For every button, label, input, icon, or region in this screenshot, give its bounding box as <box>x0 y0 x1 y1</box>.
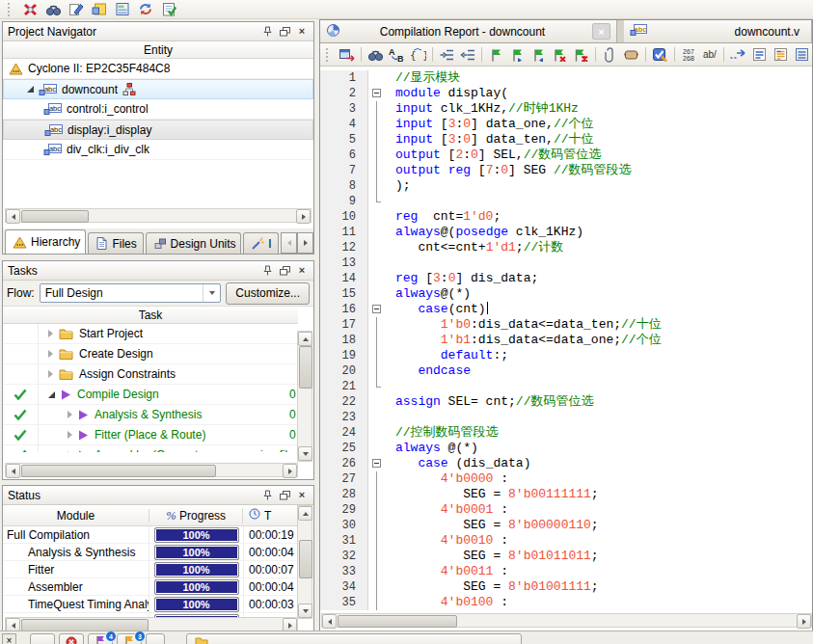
messages-tab[interactable] <box>186 633 522 644</box>
expand-arrow-icon[interactable] <box>48 330 53 337</box>
tabs-scroll-left-icon[interactable] <box>281 232 297 254</box>
tree-item-downcount[interactable]: abcdowncount <box>3 79 313 99</box>
code-line-26[interactable]: 26 case (dis_data) <box>320 456 812 471</box>
comment-toggle-button[interactable]: ab/ <box>699 46 719 64</box>
code-line-6[interactable]: 6output [2:0] SEL,//数码管位选 <box>320 148 812 163</box>
task-column-header[interactable]: Task <box>3 307 298 324</box>
match-braces-button[interactable]: { } <box>408 46 428 64</box>
status-vscrollbar[interactable] <box>297 505 312 619</box>
list-panel-button[interactable] <box>112 1 133 18</box>
scroll-thumb[interactable] <box>21 210 89 223</box>
scroll-down-icon[interactable] <box>298 604 312 618</box>
expand-arrow-icon[interactable] <box>68 411 72 418</box>
previous-bookmark-button[interactable] <box>528 46 549 64</box>
code-line-21[interactable]: 21 <box>320 379 812 394</box>
toolbar-grip[interactable] <box>326 48 331 62</box>
sticky-note-button[interactable] <box>89 1 110 18</box>
customize-button[interactable]: Customize... <box>226 282 310 305</box>
view-3-button[interactable] <box>792 46 812 64</box>
save-file-button[interactable] <box>337 46 357 64</box>
scroll-right-icon[interactable] <box>283 464 297 478</box>
delete-bookmark-button[interactable] <box>550 46 570 64</box>
code-line-30[interactable]: 30 SEG = 8'b00000110; <box>320 518 812 533</box>
code-line-7[interactable]: 7output reg [7:0] SEG //数码管段选 <box>320 163 812 178</box>
scroll-right-icon[interactable] <box>296 209 311 224</box>
close-tab-icon[interactable]: × <box>592 23 610 40</box>
flow-select[interactable]: Full Design <box>40 283 222 303</box>
tree-item-display[interactable]: abcdisplay:i_display <box>3 120 313 140</box>
task-row-compile-design[interactable]: Compile Design0 <box>3 385 298 405</box>
scroll-thumb[interactable] <box>338 615 457 628</box>
code-line-3[interactable]: 3input clk_1KHz,//时钟1KHz <box>320 101 812 117</box>
code-line-18[interactable]: 18 1'b1:dis_data<=data_one;//个位 <box>320 333 812 348</box>
pen-document-button[interactable] <box>66 1 87 18</box>
code-line-8[interactable]: 8); <box>320 178 812 194</box>
code-line-23[interactable]: 23 <box>320 410 812 425</box>
chevron-down-icon[interactable] <box>203 284 220 302</box>
expand-arrow-icon[interactable] <box>68 431 72 439</box>
entity-column-header[interactable]: Entity <box>3 41 313 59</box>
code-line-9[interactable]: 9 <box>320 194 812 209</box>
refresh-arrows-button[interactable] <box>135 1 156 18</box>
float-icon[interactable] <box>278 25 291 38</box>
code-line-1[interactable]: 1//显示模块 <box>320 70 812 86</box>
find-button[interactable] <box>366 46 386 64</box>
status-hscrollbar[interactable] <box>5 617 298 631</box>
close-icon[interactable]: × <box>295 264 309 277</box>
task-row-assembler[interactable]: Assembler (Generate programming files) <box>3 445 298 452</box>
code-line-17[interactable]: 17 1'b0:dis_data<=data_ten;//十位 <box>320 317 812 333</box>
close-icon[interactable]: × <box>295 25 309 38</box>
messages-filter-info-button[interactable]: 4 <box>88 633 113 644</box>
expand-arrow-icon[interactable] <box>68 451 72 452</box>
float-icon[interactable] <box>278 489 291 501</box>
messages-filter-misc-button[interactable] <box>146 633 165 644</box>
delete-all-bookmarks-button[interactable] <box>571 46 591 64</box>
code-line-10[interactable]: 10reg cnt=1'd0; <box>320 209 812 225</box>
code-line-25[interactable]: 25always @(*) <box>320 441 812 456</box>
scroll-left-icon[interactable] <box>6 464 20 478</box>
fold-collapse-icon[interactable] <box>372 459 381 468</box>
fold-collapse-icon[interactable] <box>372 89 381 97</box>
code-line-11[interactable]: 11always@(posedge clk_1KHz) <box>320 225 812 240</box>
scroll-up-icon[interactable] <box>298 506 312 521</box>
float-icon[interactable] <box>278 264 291 277</box>
compile-cross-button[interactable] <box>19 1 41 18</box>
task-row-analysis-synthesis[interactable]: Analysis & Synthesis0 <box>3 405 298 425</box>
view-2-button[interactable] <box>771 46 791 64</box>
code-line-2[interactable]: 2module display( <box>320 86 812 101</box>
tasks-vscrollbar[interactable] <box>297 331 312 462</box>
attach-button[interactable] <box>600 46 620 64</box>
task-row-assign-constraints[interactable]: Assign Constraints <box>3 364 298 385</box>
collapse-arrow-icon[interactable] <box>27 86 34 93</box>
code-line-4[interactable]: 4input [3:0] data_one,//个位 <box>320 117 812 132</box>
bookmark-button[interactable] <box>486 46 506 64</box>
code-line-13[interactable]: 13 <box>320 255 812 271</box>
tab-downcount-v[interactable]: abc downcount.v <box>624 20 812 42</box>
messages-filter-warning-button[interactable]: 3 <box>117 633 142 644</box>
task-row-create-design[interactable]: Create Design <box>3 344 298 364</box>
code-line-28[interactable]: 28 SEG = 8'b00111111; <box>320 487 812 502</box>
code-line-22[interactable]: 22assign SEL= cnt;//数码管位选 <box>320 394 812 410</box>
analyze-button[interactable] <box>650 46 670 64</box>
next-bookmark-button[interactable] <box>507 46 528 64</box>
tab-design-units[interactable]: Design Units <box>146 232 242 254</box>
toolbar-grip[interactable] <box>8 3 13 16</box>
scroll-up-icon[interactable] <box>298 332 312 346</box>
navigator-hscrollbar[interactable] <box>5 208 312 223</box>
scroll-left-icon[interactable] <box>322 614 337 629</box>
messages-filter-error-button[interactable] <box>59 633 84 644</box>
expand-arrow-icon[interactable] <box>48 370 53 378</box>
close-messages-icon[interactable]: × <box>2 633 16 644</box>
pin-icon[interactable] <box>260 489 274 501</box>
tabs-scroll-right-icon[interactable] <box>297 232 313 254</box>
tab-ip-components[interactable]: I <box>243 232 279 254</box>
scroll-left-icon[interactable] <box>6 209 20 224</box>
tab-hierarchy[interactable]: Hierarchy <box>5 229 86 254</box>
scroll-thumb[interactable] <box>21 465 216 477</box>
code-line-33[interactable]: 33 4'b0011 : <box>320 564 812 579</box>
scroll-thumb[interactable] <box>299 346 312 389</box>
scroll-thumb[interactable] <box>299 540 312 578</box>
code-line-15[interactable]: 15always@(*) <box>320 286 812 302</box>
binoculars-button[interactable] <box>42 1 64 18</box>
task-row-start-project[interactable]: Start Project <box>3 324 298 344</box>
